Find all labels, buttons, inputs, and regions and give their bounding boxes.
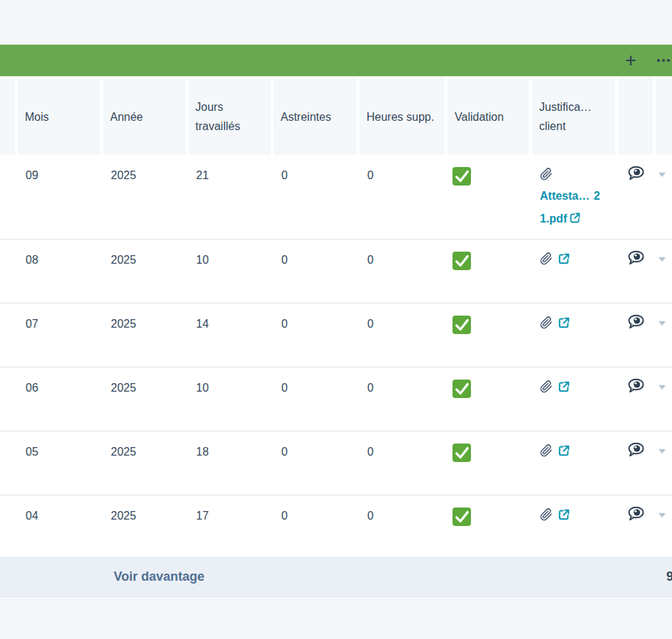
cell-astreintes: 0: [273, 431, 357, 495]
paperclip-icon: [540, 508, 553, 521]
cell-mois: 09: [18, 155, 100, 239]
eye-icon: [627, 313, 653, 331]
cell-justificatifs: [532, 431, 615, 495]
table-footer: Voir davantage 9: [0, 557, 672, 597]
cell-mois: 05: [18, 431, 100, 495]
table-row: 08 2025 10 0 0: [0, 240, 672, 304]
preview-button[interactable]: [618, 431, 653, 495]
cell-mois: 08: [18, 240, 100, 303]
validation-check-icon: [452, 252, 471, 270]
cell-jours-travailles: 10: [188, 240, 271, 303]
cell-jours-travailles: 10: [188, 367, 271, 431]
row-actions-dropdown[interactable]: [656, 495, 672, 557]
eye-icon: [627, 505, 653, 522]
external-link-icon[interactable]: [558, 508, 570, 521]
cell-heures-supp: 0: [359, 155, 445, 239]
cell-heures-supp: 0: [359, 367, 445, 431]
column-header-justificatifs-client[interactable]: Justifica… client: [532, 78, 615, 155]
paperclip-icon: [540, 316, 553, 329]
eye-icon: [627, 377, 653, 394]
card-toolbar: +: [0, 44, 672, 77]
eye-icon: [627, 165, 653, 182]
table-row: 09 2025 21 0 0 Attesta… 2 1.pdf: [0, 155, 672, 240]
external-link-icon[interactable]: [558, 316, 570, 329]
validation-check-icon: [452, 167, 471, 186]
table-body: 09 2025 21 0 0 Attesta… 2 1.pdf: [0, 155, 672, 557]
validation-check-icon: [452, 380, 471, 398]
see-more-button[interactable]: Voir davantage: [114, 569, 205, 584]
cell-justificatifs: [532, 367, 615, 431]
cell-astreintes: 0: [273, 155, 357, 239]
external-link-icon[interactable]: [558, 252, 570, 265]
cell-justificatifs: [532, 495, 615, 557]
more-options-button[interactable]: [657, 59, 671, 62]
preview-button[interactable]: [618, 367, 653, 431]
cell-jours-travailles: 14: [188, 304, 271, 367]
cell-validation: [448, 155, 529, 239]
column-header-heures-supp[interactable]: Heures supp.: [359, 78, 445, 155]
validation-check-icon: [452, 316, 471, 334]
cell-annee: 2025: [103, 240, 185, 303]
paperclip-icon: [540, 380, 553, 393]
cell-jours-travailles: 21: [188, 155, 271, 239]
chevron-down-icon: [659, 173, 666, 177]
row-actions-dropdown[interactable]: [656, 240, 672, 303]
preview-button[interactable]: [618, 304, 653, 367]
cell-heures-supp: 0: [359, 431, 445, 495]
bottom-spacer: [0, 597, 672, 639]
eye-icon: [627, 249, 653, 267]
external-link-icon[interactable]: [558, 380, 570, 393]
column-header-mois[interactable]: Mois: [18, 78, 100, 155]
row-actions-dropdown[interactable]: [656, 431, 672, 495]
row-actions-dropdown[interactable]: [656, 155, 672, 239]
cell-spacer: [0, 367, 15, 431]
dot-icon: [657, 59, 660, 62]
cell-astreintes: 0: [273, 304, 357, 367]
cell-mois: 04: [18, 495, 100, 557]
table-row: 07 2025 14 0 0: [0, 304, 672, 367]
cell-spacer: [0, 431, 15, 495]
page: + Mois Année Jours travaillés Astreintes…: [0, 0, 672, 639]
cell-annee: 2025: [103, 304, 185, 367]
column-header-annee[interactable]: Année: [103, 78, 185, 155]
column-header-preview: [618, 78, 653, 155]
cell-validation: [448, 431, 529, 495]
cell-validation: [448, 240, 529, 303]
cell-validation: [448, 304, 529, 367]
external-link-icon: [569, 212, 581, 224]
chevron-down-icon: [659, 449, 666, 453]
add-button[interactable]: +: [619, 51, 643, 70]
table-row: 04 2025 17 0 0: [0, 495, 672, 557]
cell-justificatifs: Attesta… 2 1.pdf: [532, 155, 615, 239]
preview-button[interactable]: [618, 240, 653, 303]
cell-spacer: [0, 304, 15, 367]
cell-spacer: [0, 495, 15, 557]
column-header-spacer: [0, 78, 15, 155]
paperclip-icon: [540, 444, 553, 457]
preview-button[interactable]: [618, 495, 653, 557]
cell-validation: [448, 495, 529, 557]
cell-jours-travailles: 18: [188, 431, 271, 495]
chevron-down-icon: [659, 385, 666, 390]
external-link-icon[interactable]: [558, 444, 570, 457]
cell-jours-travailles: 17: [188, 495, 271, 557]
column-header-jours-travailles[interactable]: Jours travaillés: [188, 78, 271, 155]
row-actions-dropdown[interactable]: [656, 304, 672, 367]
row-actions-dropdown[interactable]: [656, 367, 672, 431]
table-header-row: Mois Année Jours travaillés Astreintes H…: [0, 78, 672, 155]
dot-icon: [662, 59, 665, 62]
cell-spacer: [0, 155, 15, 239]
cell-annee: 2025: [103, 367, 185, 431]
attachment-link[interactable]: Attesta… 2 1.pdf: [540, 185, 618, 230]
cell-mois: 06: [18, 367, 100, 431]
chevron-down-icon: [659, 513, 666, 517]
column-header-astreintes[interactable]: Astreintes: [273, 78, 357, 155]
chevron-down-icon: [659, 257, 666, 262]
paperclip-icon: [540, 168, 615, 181]
cell-mois: 07: [18, 304, 100, 367]
column-header-validation[interactable]: Validation: [448, 78, 529, 155]
top-spacer: [0, 0, 672, 44]
preview-button[interactable]: [618, 155, 653, 239]
cell-heures-supp: 0: [359, 495, 445, 557]
validation-check-icon: [452, 444, 471, 462]
